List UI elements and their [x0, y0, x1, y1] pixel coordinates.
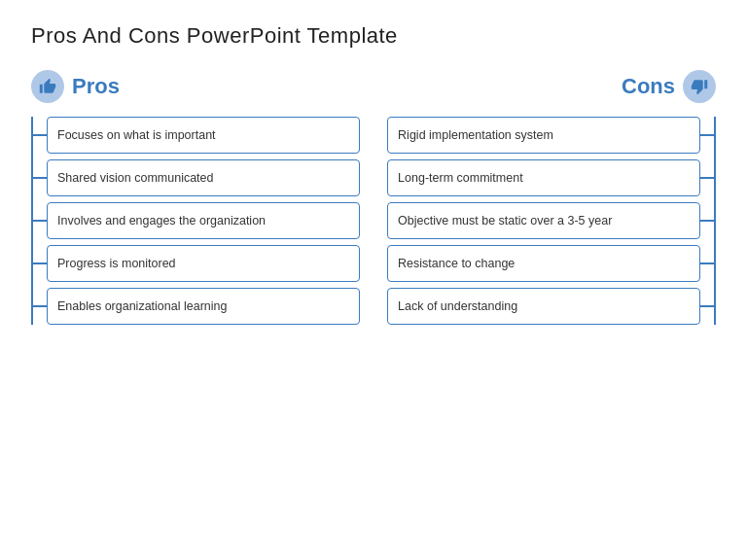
pros-label: Pros: [72, 74, 120, 99]
cons-item-4: Lack of understanding: [387, 288, 700, 325]
cons-header: Cons: [622, 70, 716, 103]
cons-items-container: Rigid implementation systemLong-term com…: [387, 117, 716, 325]
cons-column: Cons Rigid implementation systemLong-ter…: [387, 70, 716, 325]
pros-item-0: Focuses on what is important: [47, 117, 360, 154]
cons-item-row: Objective must be static over a 3-5 year: [387, 202, 714, 239]
tick-line-right: [700, 305, 714, 307]
pros-items-list: Focuses on what is importantShared visio…: [33, 117, 360, 325]
cons-item-row: Rigid implementation system: [387, 117, 714, 154]
cons-label: Cons: [622, 74, 675, 99]
pros-header: Pros: [31, 70, 120, 103]
tick-line-right: [700, 220, 714, 222]
pros-item-row: Focuses on what is important: [33, 117, 360, 154]
tick-line: [33, 262, 47, 264]
tick-line: [33, 177, 47, 179]
cons-items-list: Rigid implementation systemLong-term com…: [387, 117, 714, 325]
tick-line: [33, 220, 47, 222]
cons-item-row: Long-term commitment: [387, 159, 714, 196]
tick-line-right: [700, 134, 714, 136]
thumbs-up-icon: [39, 78, 56, 95]
pros-item-row: Progress is monitored: [33, 245, 360, 282]
cons-item-2: Objective must be static over a 3-5 year: [387, 202, 700, 239]
pros-column: Pros Focuses on what is importantShared …: [31, 70, 360, 325]
tick-line-right: [700, 262, 714, 264]
cons-item-1: Long-term commitment: [387, 159, 700, 196]
pros-items-container: Focuses on what is importantShared visio…: [31, 117, 360, 325]
page-title: Pros And Cons PowerPoint Template: [31, 23, 716, 49]
cons-item-row: Lack of understanding: [387, 288, 714, 325]
pros-item-2: Involves and engages the organization: [47, 202, 360, 239]
page: Pros And Cons PowerPoint Template Pros F…: [0, 0, 747, 560]
thumbs-down-icon: [691, 78, 708, 95]
cons-item-3: Resistance to change: [387, 245, 700, 282]
columns-container: Pros Focuses on what is importantShared …: [31, 70, 716, 325]
tick-line-right: [700, 177, 714, 179]
tick-line: [33, 305, 47, 307]
cons-item-0: Rigid implementation system: [387, 117, 700, 154]
pros-item-row: Enables organizational learning: [33, 288, 360, 325]
cons-item-row: Resistance to change: [387, 245, 714, 282]
pros-item-4: Enables organizational learning: [47, 288, 360, 325]
tick-line: [33, 134, 47, 136]
pros-icon-circle: [31, 70, 64, 103]
pros-item-row: Involves and engages the organization: [33, 202, 360, 239]
pros-item-3: Progress is monitored: [47, 245, 360, 282]
pros-item-row: Shared vision communicated: [33, 159, 360, 196]
pros-vertical-line: [31, 117, 33, 325]
cons-icon-circle: [683, 70, 716, 103]
pros-item-1: Shared vision communicated: [47, 159, 360, 196]
cons-vertical-line: [714, 117, 716, 325]
